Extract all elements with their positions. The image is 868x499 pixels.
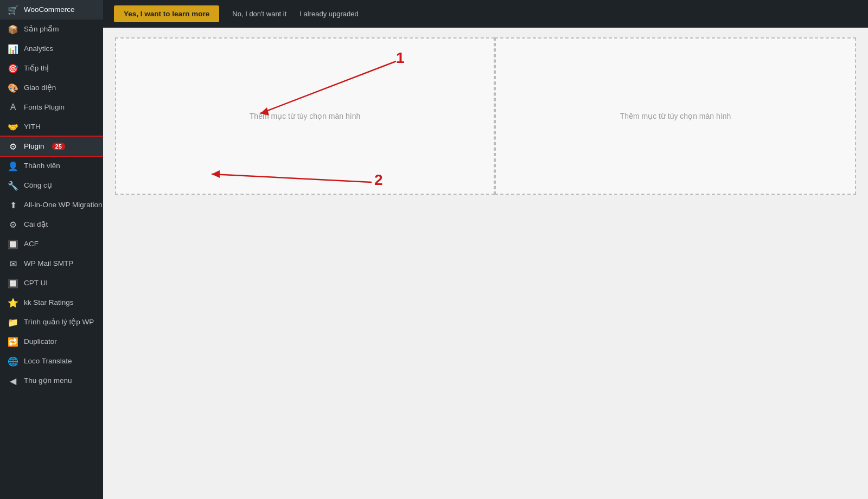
sidebar-label-kk-star-ratings: kk Star Ratings (24, 298, 74, 308)
wp-mail-smtp-icon: ✉ (8, 258, 18, 269)
sidebar-label-fonts-plugin: Fonts Plugin (24, 103, 65, 112)
sidebar-label-acf: ACF (24, 239, 39, 249)
sidebar-label-wp-mail-smtp: WP Mail SMTP (24, 259, 73, 268)
sidebar-item-wp-mail-smtp[interactable]: ✉WP Mail SMTP (0, 254, 103, 273)
woocommerce-icon: 🛒 (8, 4, 18, 15)
sidebar-item-thanh-vien[interactable]: 👤Thành viên (0, 156, 103, 176)
trinh-quan-ly-icon: 📁 (8, 317, 18, 328)
sidebar-label-duplicator: Duplicator (24, 337, 57, 347)
duplicator-icon: 🔁 (8, 336, 18, 347)
widget-right-label: Thêm mục từ tùy chọn màn hình (620, 112, 731, 120)
sidebar-item-thu-gon[interactable]: ◀Thu gọn menu (0, 371, 103, 391)
widget-right: Thêm mục từ tùy chọn màn hình (495, 37, 856, 195)
fonts-plugin-icon: A (8, 102, 18, 113)
loco-translate-icon: 🌐 (8, 356, 18, 367)
sidebar-item-duplicator[interactable]: 🔁Duplicator (0, 332, 103, 351)
tiep-thi-icon: 🎯 (8, 63, 18, 74)
no-link[interactable]: No, I don't want it (232, 10, 286, 18)
sidebar-label-loco-translate: Loco Translate (24, 356, 72, 366)
sidebar-item-cpt-ui[interactable]: 🔲CPT UI (0, 273, 103, 293)
main-content: Yes, I want to learn more No, I don't wa… (103, 0, 868, 499)
sidebar-label-cai-dat: Cài đặt (24, 220, 48, 229)
sidebar-item-woocommerce[interactable]: 🛒WooCommerce (0, 0, 103, 20)
sidebar-item-fonts-plugin[interactable]: AFonts Plugin (0, 98, 103, 117)
upgraded-link[interactable]: I already upgraded (299, 10, 358, 18)
top-banner: Yes, I want to learn more No, I don't wa… (103, 0, 868, 28)
widget-left: Thêm mục từ tùy chọn màn hình (115, 37, 495, 195)
analytics-icon: 📊 (8, 43, 18, 54)
yith-icon: 🤝 (8, 121, 18, 132)
yes-button[interactable]: Yes, I want to learn more (114, 5, 219, 22)
sidebar-label-plugin: Plugin (24, 142, 44, 151)
san-pham-icon: 📦 (8, 24, 18, 35)
sidebar-label-cpt-ui: CPT UI (24, 278, 48, 288)
sidebar-item-san-pham[interactable]: 📦Sản phẩm (0, 20, 103, 39)
sidebar-label-tiep-thi: Tiếp thị (24, 63, 49, 73)
sidebar-item-kk-star-ratings[interactable]: ⭐kk Star Ratings (0, 293, 103, 312)
sidebar-label-thu-gon: Thu gọn menu (24, 376, 72, 386)
sidebar-label-all-in-one: All-in-One WP Migration (24, 200, 103, 210)
sidebar-item-giao-dien[interactable]: 🎨Giao diện (0, 78, 103, 98)
sidebar-item-cong-cu[interactable]: 🔧Công cụ (0, 176, 103, 195)
content-area: 1 2 Thêm mục từ tùy chọn màn hình Thêm m… (103, 28, 868, 499)
plugin-icon: ⚙ (8, 141, 18, 152)
giao-dien-icon: 🎨 (8, 82, 18, 93)
sidebar-label-woocommerce: WooCommerce (24, 5, 75, 15)
sidebar-item-analytics[interactable]: 📊Analytics (0, 39, 103, 59)
thu-gon-icon: ◀ (8, 375, 18, 386)
sidebar-item-tiep-thi[interactable]: 🎯Tiếp thị (0, 59, 103, 78)
sidebar-item-yith[interactable]: 🤝YITH (0, 117, 103, 137)
widget-row: Thêm mục từ tùy chọn màn hình Thêm mục t… (115, 37, 856, 195)
sidebar-item-loco-translate[interactable]: 🌐Loco Translate (0, 351, 103, 371)
sidebar-label-cong-cu: Công cụ (24, 181, 52, 190)
kk-star-ratings-icon: ⭐ (8, 297, 18, 308)
sidebar-item-all-in-one[interactable]: ⬆All-in-One WP Migration (0, 195, 103, 215)
cai-dat-icon: ⚙ (8, 219, 18, 230)
all-in-one-icon: ⬆ (8, 200, 18, 210)
sidebar-item-plugin[interactable]: ⚙Plugin25Plugin đã cài đặtCài PluginSửa … (0, 137, 103, 156)
sidebar-label-analytics: Analytics (24, 44, 53, 54)
sidebar-label-thanh-vien: Thành viên (24, 161, 60, 171)
thanh-vien-icon: 👤 (8, 161, 18, 171)
sidebar-item-acf[interactable]: 🔲ACF (0, 234, 103, 254)
sidebar-item-trinh-quan-ly[interactable]: 📁Trình quản lý tệp WP (0, 312, 103, 332)
cpt-ui-icon: 🔲 (8, 278, 18, 289)
sidebar-label-giao-dien: Giao diện (24, 83, 56, 93)
sidebar-label-san-pham: Sản phẩm (24, 24, 59, 34)
acf-icon: 🔲 (8, 239, 18, 250)
sidebar-label-trinh-quan-ly: Trình quản lý tệp WP (24, 317, 94, 327)
sidebar-item-cai-dat[interactable]: ⚙Cài đặt (0, 215, 103, 234)
plugin-badge: 25 (52, 143, 65, 150)
sidebar: 🛒WooCommerce📦Sản phẩm📊Analytics🎯Tiếp thị… (0, 0, 103, 499)
sidebar-label-yith: YITH (24, 122, 41, 132)
cong-cu-icon: 🔧 (8, 180, 18, 191)
widget-left-label: Thêm mục từ tùy chọn màn hình (250, 112, 360, 120)
